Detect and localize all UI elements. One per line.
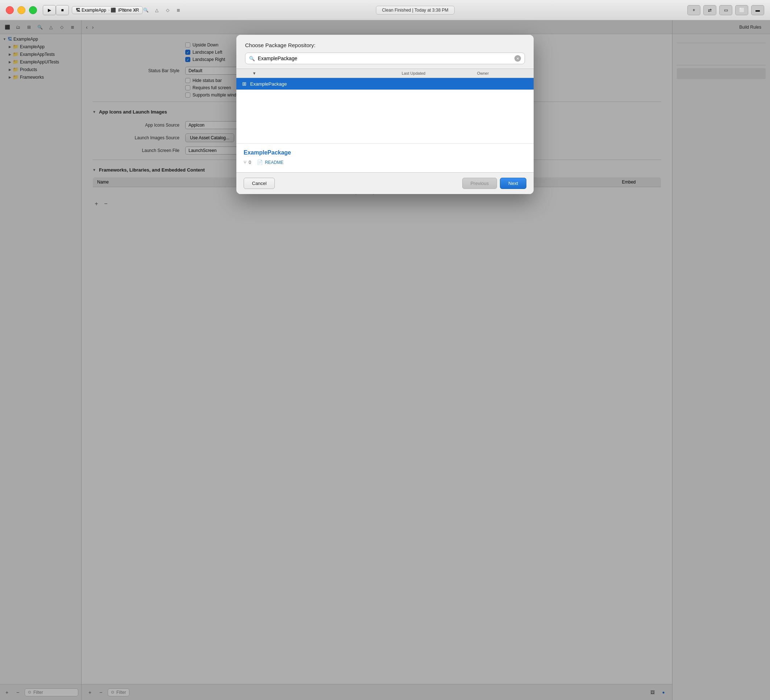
layout-triple-button[interactable]: ▬ xyxy=(751,5,764,15)
sort-updated-button[interactable]: Last Updated xyxy=(402,71,474,75)
close-button[interactable] xyxy=(6,6,14,14)
search-clear-button[interactable]: ✕ xyxy=(514,55,521,62)
stop-button[interactable]: ■ xyxy=(56,5,69,15)
list-btn[interactable]: ≣ xyxy=(174,6,183,15)
diff-btn[interactable]: ◇ xyxy=(163,6,172,15)
status-text: Clean Finished | Today at 3:38 PM xyxy=(376,6,455,15)
owner-label: Owner xyxy=(477,71,489,75)
add-tab-button[interactable]: + xyxy=(688,5,700,15)
nav-back-button[interactable]: ⇄ xyxy=(703,5,717,15)
modal-package-list: ⊞ ExamplePackage xyxy=(236,78,534,143)
titlebar: ▶ ■ 🏗 ExampleApp › 📱 iPhone XR ⬛ ⊞ ≡ 🔍 △… xyxy=(0,0,770,20)
window-controls xyxy=(6,6,37,14)
search-icon: 🔍 xyxy=(249,56,255,61)
choose-package-modal: Choose Package Repository: 🔍 ✕ ▼ Last Up… xyxy=(236,35,534,194)
fork-icon: ⑂ xyxy=(244,160,246,165)
modal-title: Choose Package Repository: xyxy=(245,42,525,48)
sort-owner-button[interactable]: Owner xyxy=(477,71,528,75)
layout-single-button[interactable]: ▭ xyxy=(719,5,732,15)
warning-btn[interactable]: △ xyxy=(152,6,161,15)
last-updated-label: Last Updated xyxy=(402,71,425,75)
previous-button[interactable]: Previous xyxy=(462,178,497,189)
forks-info: ⑂ 0 xyxy=(244,160,251,165)
toolbar-right: + ⇄ ▭ ⬜ ▬ xyxy=(688,5,764,15)
detail-meta: ⑂ 0 📄 README xyxy=(244,160,526,165)
modal-nav-buttons: Previous Next xyxy=(462,178,526,189)
package-search-input[interactable] xyxy=(258,55,511,61)
list-item-examplepackage[interactable]: ⊞ ExamplePackage xyxy=(236,78,534,89)
package-name-label: ExamplePackage xyxy=(250,81,287,87)
app-name-label: ExampleApp xyxy=(82,8,106,13)
modal-overlay: Choose Package Repository: 🔍 ✕ ▼ Last Up… xyxy=(0,20,770,700)
layout-split-button[interactable]: ⬜ xyxy=(735,5,748,15)
cancel-button[interactable]: Cancel xyxy=(244,178,275,189)
sort-name-button[interactable]: ▼ xyxy=(242,71,399,75)
grid-view-btn[interactable]: ⊞ xyxy=(120,6,128,15)
modal-table-header: ▼ Last Updated Owner xyxy=(236,68,534,78)
minimize-button[interactable] xyxy=(18,6,25,14)
readme-icon: 📄 xyxy=(257,160,263,165)
modal-detail-section: ExamplePackage ⑂ 0 📄 README xyxy=(236,143,534,172)
readme-link[interactable]: README xyxy=(265,160,283,165)
run-button[interactable]: ▶ xyxy=(43,5,56,15)
next-button[interactable]: Next xyxy=(500,178,526,189)
toolbar-center: ⬛ ⊞ ≡ 🔍 △ ◇ ≣ Clean Finished | Today at … xyxy=(143,6,688,15)
hierarchy-btn[interactable]: ≡ xyxy=(131,6,139,15)
scheme-icon: 🏗 xyxy=(76,8,80,13)
modal-search-bar: 🔍 ✕ xyxy=(245,53,525,64)
sidebar-toggle-btn[interactable]: ⬛ xyxy=(109,6,118,15)
modal-header: Choose Package Repository: 🔍 ✕ xyxy=(236,35,534,68)
maximize-button[interactable] xyxy=(29,6,37,14)
readme-info: 📄 README xyxy=(257,160,283,165)
search-icon-btn[interactable]: 🔍 xyxy=(141,6,150,15)
detail-package-name: ExamplePackage xyxy=(244,149,526,156)
package-icon: ⊞ xyxy=(242,81,246,87)
modal-footer: Cancel Previous Next xyxy=(236,172,534,194)
forks-count: 0 xyxy=(249,160,251,165)
sort-icon: ▼ xyxy=(252,71,256,75)
